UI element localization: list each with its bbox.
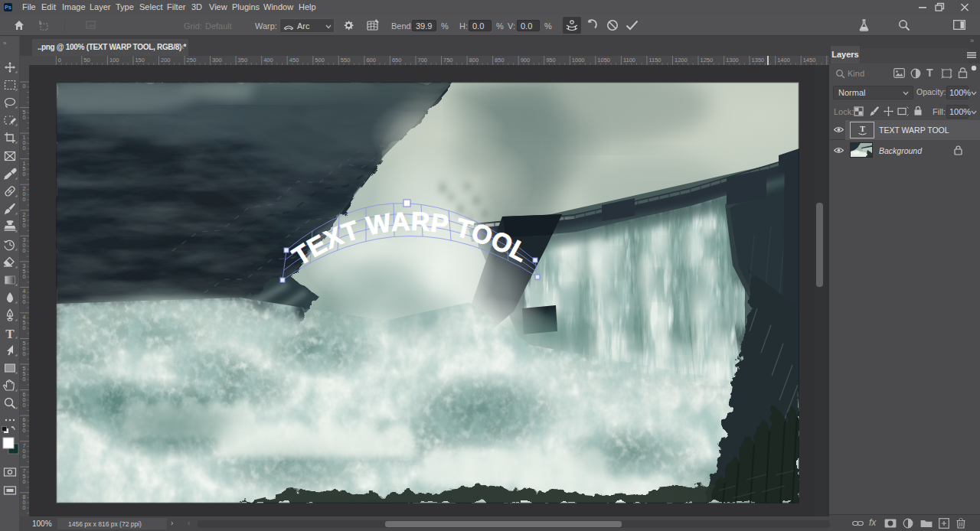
svg-text:800: 800	[469, 57, 479, 64]
svg-text:700: 700	[418, 57, 428, 64]
svg-text:350: 350	[238, 57, 248, 64]
svg-text:0: 0	[23, 299, 26, 305]
svg-text:750: 750	[443, 57, 453, 64]
svg-text:5: 5	[23, 340, 26, 346]
svg-text:200: 200	[161, 57, 171, 64]
svg-text:400: 400	[263, 57, 273, 64]
svg-text:1050: 1050	[597, 57, 610, 64]
svg-text:0: 0	[23, 171, 26, 177]
svg-text:5: 5	[23, 366, 26, 371]
svg-text:450: 450	[289, 57, 299, 64]
svg-text:5: 5	[23, 217, 26, 223]
svg-text:900: 900	[521, 57, 531, 64]
svg-text:1400: 1400	[777, 57, 790, 64]
svg-text:6: 6	[23, 417, 26, 422]
svg-text:3: 3	[23, 237, 26, 243]
svg-text:0: 0	[23, 294, 26, 299]
svg-text:0: 0	[23, 402, 26, 408]
svg-text:0: 0	[23, 140, 26, 145]
svg-text:850: 850	[495, 57, 505, 64]
svg-text:0: 0	[23, 197, 26, 202]
svg-text:0: 0	[23, 346, 26, 351]
svg-text:7: 7	[23, 468, 26, 474]
svg-text:5: 5	[23, 474, 26, 479]
svg-text:0: 0	[23, 243, 26, 248]
svg-text:1: 1	[23, 135, 26, 140]
svg-text:950: 950	[546, 57, 556, 64]
svg-text:0: 0	[23, 248, 26, 253]
svg-text:1350: 1350	[752, 57, 765, 64]
svg-text:0: 0	[23, 223, 26, 228]
svg-text:T: T	[860, 125, 865, 133]
svg-text:1450: 1450	[803, 57, 816, 64]
svg-text:7: 7	[23, 443, 26, 448]
svg-text:1250: 1250	[701, 57, 714, 64]
svg-text:4: 4	[23, 288, 26, 294]
svg-text:»: »	[3, 40, 7, 47]
svg-text:0: 0	[23, 191, 26, 197]
svg-text:0: 0	[23, 397, 26, 402]
svg-text:5: 5	[23, 320, 26, 325]
svg-text:1300: 1300	[726, 57, 739, 64]
svg-text:0: 0	[23, 500, 26, 505]
svg-text:1150: 1150	[648, 57, 661, 64]
svg-text:1200: 1200	[675, 57, 688, 64]
svg-text:0: 0	[23, 325, 26, 331]
svg-text:250: 250	[187, 57, 197, 64]
svg-text:4: 4	[23, 314, 26, 320]
svg-text:500: 500	[315, 57, 325, 64]
svg-text:300: 300	[212, 57, 222, 64]
svg-text:0: 0	[23, 274, 26, 279]
svg-text:T: T	[5, 327, 15, 341]
svg-text:0: 0	[23, 115, 26, 120]
svg-text:100: 100	[109, 57, 119, 64]
svg-text:5: 5	[23, 371, 26, 376]
svg-text:5: 5	[23, 166, 26, 171]
svg-text:0: 0	[23, 428, 26, 433]
svg-text:0: 0	[23, 145, 26, 151]
svg-text:8: 8	[23, 494, 26, 500]
svg-text:5: 5	[23, 422, 26, 428]
svg-text:2: 2	[23, 186, 26, 191]
svg-text:0: 0	[58, 57, 61, 64]
svg-text:1000: 1000	[572, 57, 585, 64]
svg-text:0: 0	[23, 376, 26, 382]
svg-text:150: 150	[135, 57, 145, 64]
svg-text:550: 550	[341, 57, 351, 64]
svg-text:0: 0	[23, 505, 26, 510]
svg-text:600: 600	[366, 57, 376, 64]
svg-text:50: 50	[83, 57, 90, 64]
svg-text:0: 0	[23, 351, 26, 357]
svg-text:1: 1	[23, 161, 26, 166]
svg-text:650: 650	[392, 57, 402, 64]
svg-text:0: 0	[23, 479, 26, 484]
svg-text:5: 5	[23, 269, 26, 274]
svg-text:0: 0	[23, 83, 26, 89]
svg-text:6: 6	[23, 392, 26, 397]
svg-text:3: 3	[23, 263, 26, 269]
svg-text:5: 5	[23, 109, 26, 115]
svg-text:2: 2	[23, 212, 26, 217]
svg-text:0: 0	[23, 448, 26, 454]
svg-text:1100: 1100	[623, 57, 635, 64]
svg-text:0: 0	[23, 454, 26, 459]
